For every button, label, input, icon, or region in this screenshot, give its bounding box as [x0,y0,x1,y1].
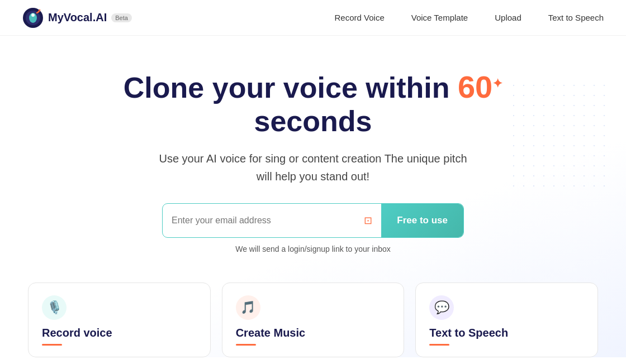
logo-icon [22,7,44,28]
nav-links: Record Voice Voice Template Upload Text … [335,13,604,23]
hero-subtitle: Use your AI voice for sing or content cr… [156,150,470,185]
card-text-to-speech[interactable]: 💬 Text to Speech [415,282,598,357]
cards-row: 🎙️ Record voice 🎵 Create Music 💬 Text to… [0,282,626,357]
free-to-use-button[interactable]: Free to use [381,204,463,237]
card-underline-create-music [236,344,256,346]
nav-voice-template[interactable]: Voice Template [411,13,468,22]
form-hint: We will send a login/signup link to your… [235,245,391,253]
hero-title-part2: seconds [254,105,372,137]
card-icon-record-voice: 🎙️ [42,295,67,320]
card-title-text-to-speech: Text to Speech [429,327,584,339]
navbar: MyVocal.AI Beta Record Voice Voice Templ… [0,0,626,36]
email-input-wrapper: ⊡ [163,204,381,237]
email-form: ⊡ Free to use [162,203,464,238]
email-icon: ⊡ [364,214,372,227]
card-underline-text-to-speech [429,344,449,346]
card-title-create-music: Create Music [236,327,391,339]
email-input[interactable] [172,215,358,226]
card-title-record-voice: Record voice [42,327,197,339]
hero-title-part1: Clone your voice within [124,71,458,104]
card-icon-text-to-speech: 💬 [429,295,454,320]
hero-section: Clone your voice within 60✦ seconds Use … [0,36,626,357]
logo[interactable]: MyVocal.AI Beta [22,7,132,28]
card-record-voice[interactable]: 🎙️ Record voice [28,282,211,357]
hero-sparkle: ✦ [492,76,502,90]
card-icon-create-music: 🎵 [236,295,260,320]
nav-record-voice[interactable]: Record Voice [335,13,385,22]
hero-title: Clone your voice within 60✦ seconds [61,69,565,138]
nav-upload[interactable]: Upload [495,13,521,22]
nav-text-to-speech[interactable]: Text to Speech [548,13,604,22]
logo-text: MyVocal.AI [48,11,107,24]
card-underline-record-voice [42,344,62,346]
card-create-music[interactable]: 🎵 Create Music [222,282,405,357]
svg-point-3 [31,13,35,17]
hero-title-number: 60 [458,69,492,104]
beta-badge: Beta [111,13,132,22]
